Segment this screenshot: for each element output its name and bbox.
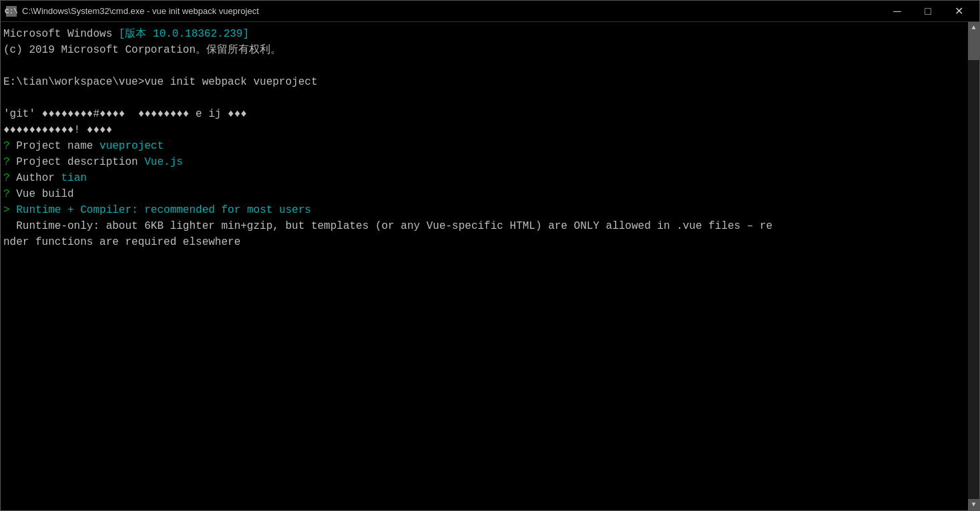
line-vue-build: ? Vue build — [3, 186, 965, 202]
content-area: Microsoft Windows [版本 10.0.18362.239] (c… — [1, 22, 979, 510]
line-project-name: ? Project name vueproject — [3, 138, 965, 154]
line-2: (c) 2019 Microsoft Corporation。保留所有权利。 — [3, 42, 965, 58]
window-title: C:\Windows\System32\cmd.exe - vue init w… — [22, 6, 882, 16]
line-blank-2 — [3, 90, 965, 106]
scroll-down-button[interactable]: ▼ — [968, 499, 979, 510]
line-option-cont: nder functions are required elsewhere — [3, 234, 965, 250]
vertical-scrollbar[interactable]: ▲ ▼ — [968, 22, 979, 510]
cmd-window: C:\ C:\Windows\System32\cmd.exe - vue in… — [0, 0, 980, 511]
line-command: E:\tian\workspace\vue>vue init webpack v… — [3, 74, 965, 90]
terminal-output[interactable]: Microsoft Windows [版本 10.0.18362.239] (c… — [1, 22, 968, 510]
scrollbar-thumb[interactable] — [968, 33, 979, 60]
scrollbar-track[interactable] — [968, 33, 979, 499]
close-button[interactable]: ✕ — [943, 1, 974, 22]
scroll-up-icon: ▲ — [971, 24, 975, 31]
line-option-selected: > Runtime + Compiler: recommended for mo… — [3, 202, 965, 218]
line-option-runtime: Runtime-only: about 6KB lighter min+gzip… — [3, 218, 965, 234]
window-icon: C:\ — [6, 6, 17, 17]
minimize-button[interactable]: ─ — [882, 1, 913, 22]
line-git-1: 'git' ♦♦♦♦♦♦♦♦#♦♦♦♦ ♦♦♦♦♦♦♦♦ e ij ♦♦♦ — [3, 106, 965, 122]
title-bar: C:\ C:\Windows\System32\cmd.exe - vue in… — [1, 1, 979, 22]
scroll-down-icon: ▼ — [971, 501, 975, 508]
line-git-2: ♦♦♦♦♦♦♦♦♦♦♦! ♦♦♦♦ — [3, 122, 965, 138]
line-1: Microsoft Windows [版本 10.0.18362.239] — [3, 26, 965, 42]
line-project-desc: ? Project description Vue.js — [3, 154, 965, 170]
maximize-button[interactable]: □ — [913, 1, 943, 22]
scroll-up-button[interactable]: ▲ — [968, 22, 979, 33]
line-blank-1 — [3, 58, 965, 74]
line-author: ? Author tian — [3, 170, 965, 186]
window-controls: ─ □ ✕ — [882, 1, 974, 22]
